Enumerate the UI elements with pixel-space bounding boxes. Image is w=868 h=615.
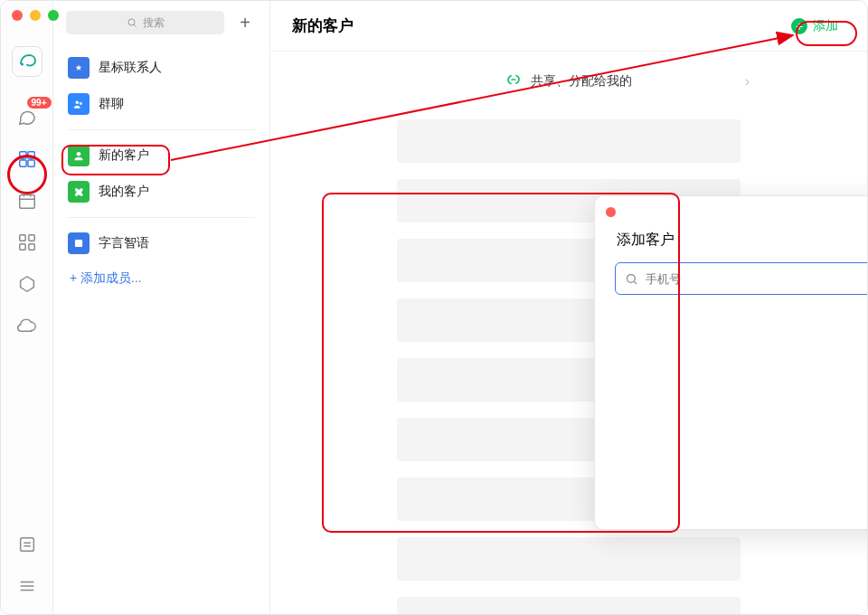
svg-rect-16 — [20, 538, 33, 552]
add-member-link[interactable]: + 添加成员... — [53, 261, 269, 296]
svg-rect-13 — [28, 235, 33, 241]
item-new-customers[interactable]: 新的客户 — [53, 137, 269, 174]
close-window-dot[interactable] — [12, 10, 23, 21]
item-org[interactable]: 字言智语 — [53, 225, 269, 261]
svg-rect-8 — [19, 195, 34, 209]
dialog-title: 添加客户 — [617, 231, 868, 250]
org-icon — [68, 232, 90, 254]
plus-circle-icon: + — [791, 18, 807, 34]
app-logo — [12, 46, 42, 77]
nav-docs[interactable] — [12, 269, 42, 299]
nav-calendar[interactable] — [12, 185, 42, 216]
svg-line-23 — [134, 24, 136, 26]
nav-menu[interactable] — [12, 571, 42, 601]
main-area: 新的客户 + 添加 共享、分配给我的 › 添加 — [270, 1, 867, 614]
svg-rect-29 — [75, 240, 82, 247]
add-customer-dialog: 添加客户 — [594, 195, 868, 530]
svg-rect-1 — [19, 152, 25, 158]
search-box[interactable]: 搜索 — [66, 11, 224, 34]
nav-bottom-1[interactable] — [12, 529, 42, 560]
nav-workspace[interactable] — [12, 227, 42, 258]
group-icon — [68, 93, 90, 115]
svg-point-0 — [21, 63, 24, 66]
divider — [68, 129, 255, 130]
window-traffic-lights — [12, 10, 59, 21]
list-placeholder — [397, 119, 741, 163]
unread-badge: 99+ — [27, 97, 52, 109]
phone-input[interactable] — [646, 272, 868, 286]
item-starred-label: 星标联系人 — [99, 60, 162, 76]
svg-line-31 — [634, 281, 637, 284]
svg-point-22 — [128, 19, 135, 25]
divider — [68, 217, 255, 218]
item-my-customers-label: 我的客户 — [99, 184, 149, 200]
item-starred[interactable]: 星标联系人 — [53, 50, 269, 86]
nav-rail: 99+ — [1, 1, 53, 614]
svg-point-27 — [80, 102, 82, 105]
dialog-close-dot[interactable] — [606, 207, 616, 217]
svg-point-26 — [76, 101, 80, 105]
minimize-window-dot[interactable] — [30, 10, 41, 21]
add-customer-label: 添加 — [813, 18, 838, 34]
shared-label: 共享、分配给我的 — [531, 73, 632, 90]
item-my-customers[interactable]: 我的客户 — [53, 174, 269, 210]
nav-contacts[interactable] — [12, 144, 42, 175]
svg-point-30 — [627, 274, 636, 282]
search-placeholder: 搜索 — [143, 15, 165, 31]
svg-rect-2 — [27, 152, 33, 158]
svg-rect-4 — [27, 160, 33, 166]
add-button[interactable]: + — [233, 11, 257, 34]
svg-rect-15 — [28, 244, 33, 250]
item-groups[interactable]: 群聊 — [53, 86, 269, 122]
svg-point-28 — [77, 152, 81, 156]
share-icon — [505, 71, 522, 90]
list-placeholder — [397, 537, 741, 581]
page-title: 新的客户 — [292, 15, 354, 36]
add-customer-button[interactable]: + 添加 — [784, 14, 845, 38]
nav-messages[interactable]: 99+ — [12, 102, 42, 133]
svg-rect-3 — [19, 160, 25, 166]
item-new-customers-label: 新的客户 — [99, 147, 149, 164]
shared-to-me-row[interactable]: 共享、分配给我的 › — [388, 52, 750, 110]
item-org-label: 字言智语 — [99, 235, 149, 251]
contacts-panel: 搜索 + 星标联系人 群聊 新的客户 — [53, 1, 270, 614]
list-placeholder — [397, 597, 741, 615]
svg-rect-14 — [19, 244, 24, 250]
my-customer-icon — [68, 181, 90, 203]
star-icon — [68, 57, 90, 79]
item-groups-label: 群聊 — [99, 96, 124, 112]
main-header: 新的客户 + 添加 — [270, 1, 867, 52]
nav-drive[interactable] — [12, 310, 42, 341]
new-customer-icon — [68, 145, 90, 166]
search-icon — [625, 272, 638, 286]
zoom-window-dot[interactable] — [48, 10, 59, 21]
phone-input-wrap[interactable] — [615, 262, 868, 295]
svg-rect-12 — [19, 235, 24, 241]
chevron-right-icon: › — [745, 73, 750, 90]
